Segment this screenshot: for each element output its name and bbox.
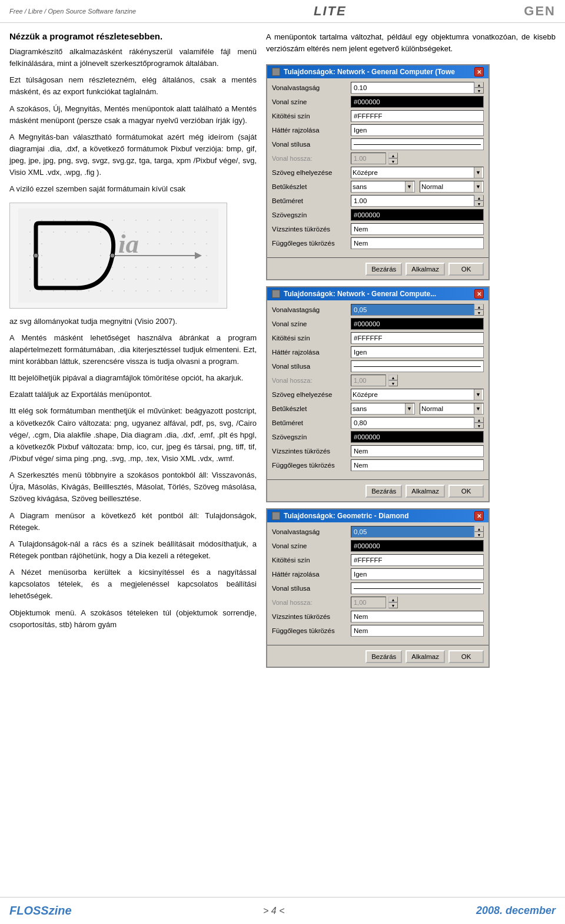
spinner-btns-vonalvastagság-1[interactable]: ▲ ▼ [474, 82, 484, 94]
svg-point-31 [194, 231, 195, 233]
line-preview-1 [354, 144, 481, 145]
input-vizszintes-2[interactable]: Nem [351, 445, 484, 457]
btn-ok-1[interactable]: OK [448, 263, 484, 276]
input-hatter-2[interactable]: Igen [351, 346, 484, 358]
spin-down-betuméret-1[interactable]: ▼ [474, 201, 484, 207]
spin-down-hossza-2[interactable]: ▼ [388, 380, 398, 386]
spinner-btns-vonalvastagság-2[interactable]: ▲ ▼ [474, 304, 484, 316]
select-arrow-normal-1[interactable]: ▼ [474, 181, 482, 192]
spin-up-hossza-1[interactable]: ▲ [388, 153, 398, 158]
input-vonal-hossza-1[interactable]: 1.00 [351, 153, 386, 164]
line-preview-3 [354, 588, 481, 589]
input-vonal-stilusa-1[interactable] [351, 138, 484, 150]
input-vonal-stilusa-2[interactable] [351, 360, 484, 372]
spin-up-1[interactable]: ▲ [474, 82, 484, 88]
input-fuggoleges-2[interactable]: Nem [351, 459, 484, 471]
svg-point-65 [29, 267, 31, 268]
btn-alkalmaz-1[interactable]: Alkalmaz [406, 263, 445, 276]
spinner-vonalvastagság-1[interactable]: 0.10 ▲ ▼ [351, 82, 484, 94]
btn-ok-2[interactable]: OK [448, 485, 484, 498]
spinner-betuméret-1[interactable]: 1.00 ▲ ▼ [351, 195, 484, 207]
spin-up-2[interactable]: ▲ [474, 304, 484, 310]
input-vonal-szine-1[interactable]: #000000 [351, 96, 484, 108]
spin-down-1[interactable]: ▼ [474, 88, 484, 94]
spinner-btns-hossza-2[interactable]: ▲ ▼ [388, 375, 398, 386]
spinner-btns-hossza-1[interactable]: ▲ ▼ [388, 153, 398, 164]
select-betukeszlet-2[interactable]: sans ▼ [351, 403, 415, 415]
btn-alkalmaz-2[interactable]: Alkalmaz [406, 485, 445, 498]
spin-up-hossza-3[interactable]: ▲ [388, 597, 398, 602]
svg-point-7 [100, 220, 101, 221]
input-szovegszin-2[interactable]: #000000 [351, 431, 484, 443]
spinner-btns-hossza-3[interactable]: ▲ ▼ [388, 597, 398, 608]
spinner-betuméret-2[interactable]: 0,80 ▲ ▼ [351, 417, 484, 429]
select-arrow-szoveg-2[interactable]: ▼ [474, 389, 482, 400]
spin-down-3[interactable]: ▼ [474, 532, 484, 538]
line-preview-2 [354, 366, 481, 367]
spin-up-3[interactable]: ▲ [474, 526, 484, 532]
spin-up-betuméret-2[interactable]: ▲ [474, 417, 484, 423]
spin-down-hossza-1[interactable]: ▼ [388, 158, 398, 164]
select-normal-1[interactable]: Normal ▼ [420, 181, 484, 193]
spinner-btns-vonalvastagság-3[interactable]: ▲ ▼ [474, 526, 484, 538]
input-kitoltesi-szin-1[interactable]: #FFFFFF [351, 110, 484, 122]
select-arrow-betukeszlet-2[interactable]: ▼ [405, 403, 413, 414]
para-1: Diagramkészítő alkalmazásként rákényszer… [9, 46, 257, 69]
select-szoveg-elhelyezese-1[interactable]: Középre ▼ [351, 167, 484, 178]
input-vonalvastagság-2[interactable]: 0,05 [351, 304, 474, 316]
spin-down-betuméret-2[interactable]: ▼ [474, 423, 484, 429]
dialog-close-1[interactable]: ✕ [474, 67, 484, 77]
select-betukeszlet-1[interactable]: sans ▼ [351, 181, 415, 193]
spin-down-2[interactable]: ▼ [474, 310, 484, 316]
spin-up-betuméret-1[interactable]: ▲ [474, 195, 484, 201]
btn-bezaras-1[interactable]: Bezárás [365, 263, 402, 276]
input-betuméret-1[interactable]: 1.00 [351, 195, 474, 207]
spinner-btns-betuméret-2[interactable]: ▲ ▼ [474, 417, 484, 429]
input-vonalvastagság-3[interactable]: 0,05 [351, 526, 474, 538]
btn-alkalmaz-3[interactable]: Alkalmaz [406, 650, 445, 663]
input-szovegszin-1[interactable]: #000000 [351, 209, 484, 221]
label-vonal-stilusa-3: Vonal stílusa [272, 585, 348, 592]
dialog-close-3[interactable]: ✕ [474, 511, 484, 521]
btn-ok-3[interactable]: OK [448, 650, 484, 663]
svg-point-18 [41, 231, 42, 233]
select-arrow-szoveg-1[interactable]: ▼ [474, 167, 482, 178]
spinner-vonalvastagság-2[interactable]: 0,05 ▲ ▼ [351, 304, 484, 316]
input-kitoltesi-szin-3[interactable]: #FFFFFF [351, 554, 484, 566]
svg-point-44 [159, 243, 160, 244]
select-arrow-normal-2[interactable]: ▼ [474, 403, 482, 414]
input-vonal-stilusa-3[interactable] [351, 582, 484, 594]
select-szoveg-elhelyezese-2[interactable]: Középre ▼ [351, 389, 484, 400]
input-fuggoleges-1[interactable]: Nem [351, 237, 484, 249]
article-heading: Nézzük a programot részletesebben. [9, 31, 257, 41]
footer-pages: > 4 < [263, 906, 284, 916]
input-betuméret-2[interactable]: 0,80 [351, 417, 474, 429]
dialog-row-vonal-hossza-1: Vonal hossza: 1.00 ▲ ▼ [272, 153, 484, 164]
input-hatter-3[interactable]: Igen [351, 568, 484, 580]
btn-bezaras-3[interactable]: Bezárás [365, 650, 402, 663]
dialog-close-2[interactable]: ✕ [474, 289, 484, 299]
input-vizszintes-1[interactable]: Nem [351, 223, 484, 235]
input-fuggoleges-3[interactable]: Nem [351, 625, 484, 637]
input-hatter-1[interactable]: Igen [351, 124, 484, 136]
spin-down-hossza-3[interactable]: ▼ [388, 602, 398, 608]
spin-up-hossza-2[interactable]: ▲ [388, 375, 398, 380]
para-8: Itt bejelölhetjük pipával a diagramfájlo… [9, 372, 257, 384]
input-vonal-hossza-2[interactable]: 1,00 [351, 375, 386, 386]
label-vonal-szine-2: Vonal színe [272, 320, 348, 327]
input-vonal-szine-3[interactable]: #000000 [351, 540, 484, 552]
spinner-btns-betuméret-1[interactable]: ▲ ▼ [474, 195, 484, 207]
svg-point-33 [29, 243, 31, 244]
select-arrow-betukeszlet-1[interactable]: ▼ [405, 181, 413, 192]
dialog-separator-3 [267, 645, 488, 645]
spinner-vonalvastagság-3[interactable]: 0,05 ▲ ▼ [351, 526, 484, 538]
input-vonal-szine-2[interactable]: #000000 [351, 318, 484, 330]
btn-bezaras-2[interactable]: Bezárás [365, 485, 402, 498]
dialog-row-vonalvastagság-2: Vonalvastagság 0,05 ▲ ▼ [272, 304, 484, 316]
input-vonalvastagság-1[interactable]: 0.10 [351, 82, 474, 94]
dialog-row-vonal-szine-2: Vonal színe #000000 [272, 318, 484, 330]
select-normal-2[interactable]: Normal ▼ [420, 403, 484, 415]
input-vizszintes-3[interactable]: Nem [351, 611, 484, 622]
input-kitoltesi-szin-2[interactable]: #FFFFFF [351, 332, 484, 344]
input-vonal-hossza-3[interactable]: 1,00 [351, 597, 386, 608]
